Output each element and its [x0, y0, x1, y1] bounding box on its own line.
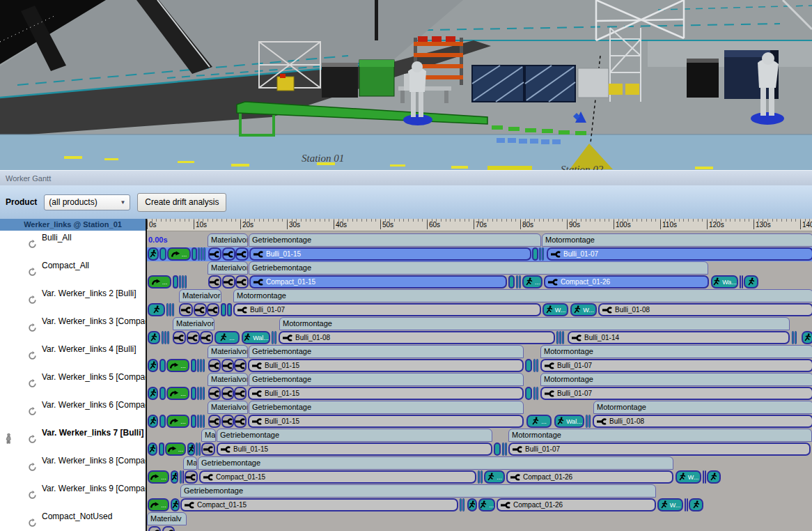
- micro-task-stripes[interactable]: [197, 387, 207, 400]
- task-group-band[interactable]: Materialv: [147, 512, 187, 525]
- wrench-pill[interactable]: [208, 415, 221, 428]
- micro-task-stripes[interactable]: [539, 247, 545, 261]
- walk-pill[interactable]: [148, 331, 160, 344]
- task-bar[interactable]: Compact_01-26: [544, 275, 709, 288]
- teal-pill[interactable]: [159, 359, 166, 372]
- task-group-band[interactable]: Motormontage: [593, 401, 812, 414]
- task-bar[interactable]: Bulli_01-15: [248, 359, 524, 372]
- teal-pill[interactable]: [532, 247, 538, 261]
- micro-task-stripes[interactable]: [792, 331, 799, 344]
- sidebar-row[interactable]: Var. Werker_links 3 [Compact]: [0, 314, 146, 342]
- teal-pill[interactable]: [159, 387, 166, 400]
- task-bar[interactable]: Bulli_01-15: [248, 387, 524, 400]
- carry-pill[interactable]: ...: [166, 387, 189, 400]
- task-bar[interactable]: Compact_01-15: [180, 498, 458, 511]
- walk-pill[interactable]: [148, 247, 159, 261]
- wrench-pill[interactable]: [187, 331, 200, 344]
- teal-pill[interactable]: [494, 442, 501, 456]
- wrench-pill[interactable]: [222, 275, 235, 288]
- task-group-band[interactable]: Mat: [201, 429, 216, 442]
- wrench-pill[interactable]: [235, 275, 249, 288]
- walk-pill[interactable]: ...: [478, 498, 495, 511]
- 3d-viewport[interactable]: Station 01 Station 02: [0, 0, 812, 170]
- micro-task-stripes[interactable]: [703, 470, 705, 484]
- micro-task-stripes[interactable]: [502, 442, 507, 456]
- walk-pill[interactable]: [689, 498, 703, 511]
- micro-task-stripes[interactable]: [685, 498, 687, 511]
- task-group-band[interactable]: Getriebemontage: [249, 373, 524, 386]
- wrench-pill[interactable]: [162, 526, 175, 531]
- sidebar-row[interactable]: Var. Werker_links 2 [Bulli]: [0, 286, 146, 314]
- wrench-pill[interactable]: [201, 442, 215, 456]
- wrench-pill[interactable]: [221, 359, 234, 372]
- walk-pill[interactable]: [148, 359, 158, 372]
- task-group-band[interactable]: Motormontage: [540, 345, 812, 358]
- task-bar[interactable]: Compact_01-26: [497, 498, 656, 511]
- task-group-band[interactable]: Materialvorbe: [208, 345, 248, 358]
- carry-pill[interactable]: ...: [165, 442, 186, 456]
- task-bar[interactable]: Bulli_01-07: [233, 303, 541, 316]
- wrench-pill[interactable]: [221, 415, 234, 428]
- walk-pill[interactable]: ...: [214, 331, 240, 344]
- teal-pill[interactable]: [159, 247, 166, 261]
- micro-task-stripes[interactable]: [533, 387, 539, 400]
- task-group-band[interactable]: Materialvorbe: [208, 401, 248, 414]
- teal-pill[interactable]: [191, 415, 196, 428]
- task-bar[interactable]: Bulli_01-08: [598, 303, 812, 316]
- product-dropdown[interactable]: (all products) ▼: [44, 194, 130, 210]
- micro-task-stripes[interactable]: [166, 303, 178, 316]
- task-bar[interactable]: Bulli_01-15: [217, 442, 492, 456]
- task-bar[interactable]: Compact_01-15: [249, 275, 507, 288]
- sidebar-row[interactable]: Var. Werker_links 4 [Bulli]: [0, 342, 146, 370]
- task-bar[interactable]: Bulli_01-07: [540, 387, 812, 400]
- sidebar-row[interactable]: Var. Werker_links 7 [Bulli]: [0, 426, 146, 454]
- task-group-band[interactable]: Materialvorbe: [208, 373, 248, 386]
- task-group-band[interactable]: Motormontage: [233, 289, 812, 302]
- sidebar-row[interactable]: Bulli_All: [0, 231, 146, 259]
- micro-task-stripes[interactable]: [180, 470, 184, 484]
- task-group-band[interactable]: Getriebemontage: [249, 401, 524, 414]
- carry-pill[interactable]: ...: [166, 359, 189, 372]
- walk-pill[interactable]: [148, 303, 165, 316]
- task-group-band[interactable]: Mat: [183, 456, 197, 470]
- gantt-chart[interactable]: 0s10s20s30s40s50s60s70s80s90s100s110s120…: [146, 219, 812, 531]
- task-bar[interactable]: Compact_01-15: [199, 470, 476, 484]
- walk-pill[interactable]: ...: [526, 415, 552, 428]
- wrench-pill[interactable]: [235, 247, 249, 261]
- micro-task-stripes[interactable]: [196, 442, 201, 456]
- teal-pill[interactable]: [227, 303, 232, 316]
- walk-pill[interactable]: [802, 331, 812, 344]
- create-drift-analysis-button[interactable]: Create drift analysis: [137, 193, 226, 212]
- teal-pill[interactable]: [159, 442, 164, 456]
- wrench-pill[interactable]: [234, 359, 247, 372]
- wrench-pill[interactable]: [208, 359, 221, 372]
- task-bar[interactable]: Bulli_01-07: [508, 442, 811, 456]
- wrench-pill[interactable]: [207, 303, 219, 316]
- carry-pill[interactable]: ...: [148, 470, 169, 484]
- wrench-pill[interactable]: [222, 247, 235, 261]
- task-group-band[interactable]: Getriebemontage: [198, 456, 673, 470]
- task-group-band[interactable]: Getriebemontage: [217, 429, 492, 442]
- micro-task-stripes[interactable]: [197, 359, 207, 372]
- walk-pill[interactable]: [148, 442, 157, 456]
- walk-pill[interactable]: W...: [657, 498, 683, 511]
- sidebar-row[interactable]: Var. Werker_links 9 [Compact]: [0, 482, 146, 509]
- task-bar[interactable]: Bulli_01-07: [540, 359, 812, 372]
- wrench-pill[interactable]: [208, 387, 221, 400]
- task-bar[interactable]: Bulli_01-15: [248, 415, 524, 428]
- teal-pill[interactable]: [173, 275, 178, 288]
- wrench-pill[interactable]: [221, 387, 234, 400]
- micro-task-stripes[interactable]: [586, 415, 591, 428]
- task-group-band[interactable]: Materialvorbe: [208, 261, 248, 275]
- wrench-pill[interactable]: [234, 387, 247, 400]
- wrench-pill[interactable]: [208, 247, 221, 261]
- walk-pill[interactable]: ...: [522, 275, 542, 288]
- sidebar-row[interactable]: Compact_All: [0, 259, 146, 286]
- wrench-pill[interactable]: [148, 526, 161, 531]
- micro-task-stripes[interactable]: [198, 247, 208, 261]
- sidebar-row[interactable]: Var. Werker_links 6 [Compact]: [0, 398, 146, 426]
- task-bar[interactable]: Bulli_01-15: [249, 247, 531, 261]
- teal-pill[interactable]: [525, 359, 532, 372]
- walk-pill[interactable]: [744, 275, 758, 288]
- walk-pill[interactable]: [148, 387, 158, 400]
